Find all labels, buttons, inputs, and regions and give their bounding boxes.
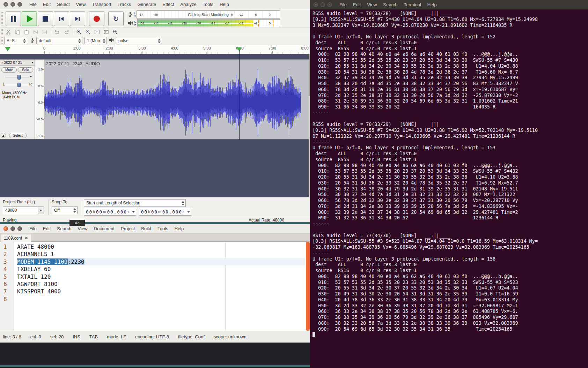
editor-menu-build[interactable]: Build bbox=[138, 225, 154, 232]
play-button[interactable] bbox=[22, 11, 37, 26]
loop-button[interactable]: ↻ bbox=[108, 11, 124, 26]
audacity-menu-view[interactable]: View bbox=[73, 1, 89, 8]
dropdown-arrow-icon[interactable] bbox=[187, 211, 190, 213]
zoom-toggle-button[interactable] bbox=[111, 29, 119, 36]
dropdown-arrow-icon[interactable] bbox=[132, 211, 135, 213]
cut-button[interactable] bbox=[4, 29, 13, 36]
track-header[interactable]: × 2022-07-21-- ▼ bbox=[0, 60, 35, 66]
terminal-menu-edit[interactable]: Edit bbox=[350, 1, 364, 8]
track-close-icon[interactable]: × bbox=[0, 61, 4, 65]
audacity-menu-analyze[interactable]: Analyze bbox=[177, 1, 199, 8]
close-icon[interactable]: × bbox=[3, 2, 8, 7]
terminal-output[interactable]: RS5S audio level = 70(33/28) [NONE] __||… bbox=[313, 11, 538, 338]
tab-1109-conf[interactable]: 1109.conf ✖ bbox=[1, 234, 31, 242]
minimize-icon[interactable]: – bbox=[321, 2, 325, 7]
vertical-scale-ruler[interactable]: 1.00.50.0-0.5-1.0 bbox=[35, 60, 44, 139]
snap-to-select[interactable]: Off bbox=[52, 206, 78, 214]
maximize-icon[interactable]: ▫ bbox=[17, 226, 22, 231]
playback-meter[interactable]: LR -54-48-42-36-30-24-18-12-60 bbox=[128, 19, 280, 27]
pause-button[interactable] bbox=[6, 11, 21, 26]
skip-to-start-button[interactable] bbox=[54, 11, 69, 26]
gain-slider[interactable]: - + bbox=[2, 74, 32, 80]
terminal-menu-help[interactable]: Help bbox=[424, 1, 440, 8]
audacity-menu-file[interactable]: File bbox=[26, 1, 40, 8]
solo-button[interactable]: Solo bbox=[18, 67, 33, 73]
zoom-out-button[interactable] bbox=[84, 29, 92, 36]
close-icon[interactable]: × bbox=[314, 2, 318, 7]
code-line[interactable]: AGWPORT 8100 bbox=[17, 280, 305, 288]
recording-meter-bar[interactable]: Click to Start Monitoring -54-488-12-60 bbox=[137, 10, 280, 18]
toolbar-grip[interactable] bbox=[1, 37, 3, 44]
playhead-pin-icon[interactable] bbox=[5, 47, 10, 51]
silence-audio-button[interactable] bbox=[41, 29, 49, 36]
paste-button[interactable] bbox=[22, 29, 31, 36]
minimize-icon[interactable]: – bbox=[10, 2, 15, 7]
zoom-in-button[interactable] bbox=[75, 29, 83, 36]
editor-body[interactable]: 12345678 ARATE 48000ACHANNELS 1MODEM 114… bbox=[0, 242, 310, 331]
playback-meter-bar[interactable]: -54-48-42-36-30-24-18-12-60 bbox=[137, 19, 280, 27]
dropdown-arrow-icon[interactable] bbox=[38, 207, 44, 214]
selection-length-field[interactable]: 00h00m00.000s bbox=[139, 208, 191, 216]
track-title[interactable]: 2022-07-21-- bbox=[4, 61, 31, 65]
audacity-menu-generate[interactable]: Generate bbox=[134, 1, 159, 8]
editor-menu-tools[interactable]: Tools bbox=[154, 225, 171, 232]
editor-menu-document[interactable]: Document bbox=[91, 225, 118, 232]
code-line[interactable]: MODEM 1145 1109:2230 bbox=[17, 258, 305, 265]
selection-mode-select[interactable]: Start and Length of Selection bbox=[84, 199, 186, 207]
audacity-menu-edit[interactable]: Edit bbox=[40, 1, 54, 8]
undo-button[interactable] bbox=[53, 29, 61, 36]
code-line[interactable]: ARATE 48000 bbox=[17, 243, 305, 250]
code-line[interactable]: KISSPORT 4000 bbox=[17, 288, 305, 295]
recording-meter[interactable]: LR Click to Start Monitoring -54-488-12-… bbox=[128, 10, 280, 18]
editor-menu-search[interactable]: Search bbox=[54, 225, 74, 232]
timeline-ruler[interactable]: 01:002:003:004:005:006:007:008:00 bbox=[0, 45, 309, 54]
toolbar-grip[interactable] bbox=[1, 29, 3, 35]
maximize-icon[interactable]: ▫ bbox=[328, 2, 332, 7]
maximize-icon[interactable]: ▫ bbox=[17, 2, 22, 7]
tab-close-icon[interactable]: ✖ bbox=[25, 236, 28, 240]
code-line[interactable]: ACHANNELS 1 bbox=[17, 250, 305, 258]
waveform-canvas[interactable] bbox=[44, 60, 308, 139]
slider-thumb[interactable] bbox=[17, 75, 21, 80]
terminal-menu-view[interactable]: View bbox=[364, 1, 380, 8]
pan-slider[interactable]: L R bbox=[2, 82, 32, 88]
audacity-menu-tracks[interactable]: Tracks bbox=[115, 1, 134, 8]
slider-thumb[interactable] bbox=[17, 83, 21, 87]
stop-button[interactable] bbox=[38, 11, 53, 26]
editor-menu-edit[interactable]: Edit bbox=[40, 225, 54, 232]
recording-channels-select[interactable]: 1 (Mon bbox=[84, 37, 107, 44]
terminal-menu-search[interactable]: Search bbox=[380, 1, 400, 8]
selection-start-field[interactable]: 00h00m00.000s bbox=[84, 208, 136, 216]
skip-to-end-button[interactable] bbox=[70, 11, 85, 26]
editor-menu-file[interactable]: File bbox=[26, 225, 40, 232]
code-line[interactable]: TXDELAY 60 bbox=[17, 265, 305, 273]
record-button[interactable] bbox=[89, 11, 104, 26]
collapse-track-button[interactable]: ▲ bbox=[1, 133, 6, 138]
editor-menu-view[interactable]: View bbox=[75, 225, 91, 232]
fit-project-button[interactable] bbox=[102, 29, 110, 36]
trim-audio-button[interactable] bbox=[31, 29, 40, 36]
toolbar-grip[interactable] bbox=[1, 12, 3, 25]
code-line[interactable]: TXTAIL 120 bbox=[17, 273, 305, 280]
audacity-menu-select[interactable]: Select bbox=[54, 1, 73, 8]
redo-button[interactable] bbox=[62, 29, 71, 36]
audacity-menu-transport[interactable]: Transport bbox=[89, 1, 114, 8]
close-icon[interactable]: × bbox=[3, 226, 8, 231]
code-area[interactable]: ARATE 48000ACHANNELS 1MODEM 1145 1109:22… bbox=[14, 242, 305, 331]
editor-menu-help[interactable]: Help bbox=[171, 225, 187, 232]
fit-selection-button[interactable] bbox=[93, 29, 101, 36]
audacity-menu-help[interactable]: Help bbox=[216, 1, 232, 8]
minimize-icon[interactable]: – bbox=[10, 226, 15, 231]
playback-device-select[interactable]: pulse bbox=[116, 37, 162, 44]
audacity-menu-tools[interactable]: Tools bbox=[200, 1, 216, 8]
project-rate-select[interactable]: 48000 bbox=[3, 206, 44, 214]
terminal-menu-terminal[interactable]: Terminal bbox=[401, 1, 424, 8]
track-menu-chevron-icon[interactable]: ▼ bbox=[31, 61, 35, 64]
scrollbar-thumb[interactable] bbox=[306, 242, 310, 331]
editor-menu-project[interactable]: Project bbox=[118, 225, 138, 232]
terminal-menu-file[interactable]: File bbox=[336, 1, 350, 8]
code-line[interactable] bbox=[17, 295, 305, 303]
audio-host-select[interactable]: ALS bbox=[4, 37, 27, 44]
audacity-menu-effect[interactable]: Effect bbox=[159, 1, 177, 8]
monitor-hint[interactable]: Click to Start Monitoring bbox=[188, 13, 229, 17]
